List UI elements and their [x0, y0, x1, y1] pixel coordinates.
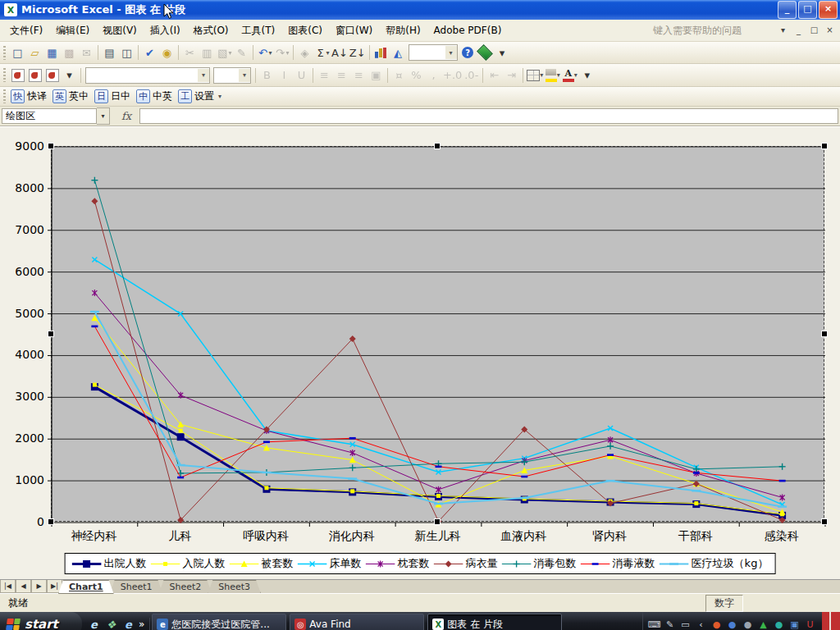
messenger-icon[interactable]: ❖	[104, 618, 118, 630]
keyboard-icon[interactable]: ⌨	[648, 619, 660, 630]
series-消毒液数[interactable]	[91, 326, 785, 481]
addin-button[interactable]	[477, 44, 494, 61]
series-入院人数[interactable]	[93, 383, 784, 517]
chevron-down-icon[interactable]: ▾	[574, 71, 578, 79]
name-box[interactable]: 绘图区	[2, 108, 97, 124]
series-医疗垃圾（kg）[interactable]	[90, 312, 787, 507]
font-combo[interactable]: ▾	[85, 67, 210, 84]
tray-teal-icon[interactable]: ●	[773, 619, 785, 630]
quick-launch-overflow-icon[interactable]: »	[139, 619, 144, 630]
menu-item-5[interactable]: 工具(T)	[235, 21, 282, 40]
selection-handle[interactable]	[434, 143, 441, 149]
chevron-down-icon[interactable]: ▾	[268, 49, 272, 57]
selection-handle[interactable]	[48, 331, 54, 337]
legend-item[interactable]: 消毒包数	[502, 556, 577, 571]
menu-item-2[interactable]: 视图(V)	[96, 21, 144, 40]
tray-blue-icon[interactable]: ●	[726, 619, 738, 630]
tray-gray-icon[interactable]: ●	[742, 619, 754, 630]
insert-function-icon[interactable]: fx	[121, 110, 131, 122]
new-button[interactable]: □	[9, 44, 26, 61]
chevron-down-icon[interactable]: ▾	[285, 49, 289, 57]
minimize-button[interactable]: _	[778, 1, 797, 19]
pdf-review-button[interactable]	[43, 67, 61, 84]
selection-handle[interactable]	[434, 518, 441, 525]
tray-red-icon[interactable]: ●	[710, 619, 723, 630]
ime-banner[interactable]	[822, 612, 840, 630]
taskbar-task-1[interactable]: ◎Ava Find	[290, 614, 424, 630]
chart-wizard-button[interactable]	[372, 44, 390, 61]
selection-handle[interactable]	[821, 331, 828, 337]
legend-item[interactable]: 出院人数	[72, 556, 147, 571]
legend-item[interactable]: 被套数	[230, 556, 294, 571]
toolbar-grip[interactable]	[3, 46, 6, 60]
legend-item[interactable]: 消毒液数	[581, 556, 655, 571]
close-button[interactable]: ×	[819, 1, 838, 19]
chevron-down-icon[interactable]: ▾	[445, 46, 457, 59]
sheet-tab-Sheet2[interactable]: Sheet2	[158, 580, 212, 594]
collapse-tray-icon[interactable]: ‹	[695, 619, 707, 630]
formula-input[interactable]	[139, 108, 838, 124]
formatting-options-button[interactable]: ▾	[578, 67, 596, 84]
tray-window-icon[interactable]: ▣	[788, 619, 801, 630]
menu-item-8[interactable]: 帮助(H)	[379, 21, 427, 40]
autosum-button[interactable]: Σ▾	[313, 44, 331, 61]
tray-green-icon[interactable]: ▲	[757, 619, 769, 630]
legend-item[interactable]: 入院人数	[151, 556, 226, 571]
fastait-item-3[interactable]: 中中英	[136, 89, 172, 103]
help-question-box[interactable]: 键入需要帮助的问题	[653, 24, 774, 37]
save-button[interactable]: ▦	[43, 44, 61, 61]
name-box-dropdown[interactable]: ▾	[97, 107, 110, 125]
zoom-combo[interactable]: ▾	[409, 44, 458, 61]
font-color-button[interactable]: A▾	[561, 67, 578, 84]
chevron-down-icon[interactable]: ▾	[239, 69, 250, 82]
pdf-email-button[interactable]	[26, 67, 43, 84]
tab-scroll-button-2[interactable]: ▶	[31, 580, 47, 593]
restore-button[interactable]: □	[798, 1, 817, 19]
menu-item-4[interactable]: 格式(O)	[187, 21, 235, 40]
selection-handle[interactable]	[821, 143, 828, 149]
pdf-options-button[interactable]: ▾	[61, 67, 78, 84]
menu-item-0[interactable]: 文件(F)	[3, 21, 49, 40]
print-button[interactable]: ▤	[101, 44, 118, 61]
font-size-combo[interactable]: ▾	[213, 67, 251, 84]
start-button[interactable]: start	[0, 612, 82, 630]
tab-scroll-button-1[interactable]: ◀	[16, 580, 31, 593]
plot-area[interactable]	[51, 146, 824, 522]
sheet-tab-Chart1[interactable]: Chart1	[58, 580, 114, 594]
restore-workbook-button[interactable]: □	[807, 25, 821, 37]
sheet-tab-Sheet3[interactable]: Sheet3	[208, 580, 261, 594]
tab-scroll-button-0[interactable]: |◀	[0, 580, 16, 593]
series-出院人数[interactable]	[91, 383, 786, 519]
selection-handle[interactable]	[48, 143, 54, 149]
toolbar-options-icon[interactable]: ▾	[218, 93, 221, 100]
research-button[interactable]: ◉	[158, 44, 176, 61]
fill-color-button[interactable]: ▾	[544, 67, 561, 84]
ie-icon[interactable]: e	[87, 618, 101, 630]
legend-item[interactable]: 病衣量	[434, 556, 498, 571]
help-box-dropdown-icon[interactable]: ▾	[776, 25, 790, 37]
series-被套数[interactable]	[91, 315, 785, 515]
explorer-icon[interactable]: e	[121, 618, 135, 630]
fastait-item-2[interactable]: 日日中	[94, 89, 130, 103]
toolbar-grip[interactable]	[3, 68, 6, 82]
spelling-button[interactable]: ✔	[141, 44, 158, 61]
undo-button[interactable]: ↶▾	[256, 44, 273, 61]
menu-item-6[interactable]: 图表(C)	[281, 21, 329, 40]
print-preview-button[interactable]: ◫	[118, 44, 135, 61]
menu-item-9[interactable]: Adobe PDF(B)	[427, 22, 509, 39]
series-枕套数[interactable]	[92, 290, 784, 500]
fastait-item-1[interactable]: 英英中	[52, 89, 89, 103]
drawing-button[interactable]: ◭	[390, 44, 407, 61]
borders-button[interactable]: ▾	[526, 67, 544, 84]
chevron-down-icon[interactable]: ▾	[557, 71, 560, 79]
sort-descending-button[interactable]: Z↓	[349, 44, 367, 61]
tray-u-icon[interactable]: U	[804, 619, 816, 630]
menu-item-1[interactable]: 编辑(E)	[49, 21, 96, 40]
series-病衣量[interactable]	[91, 198, 785, 524]
menu-item-3[interactable]: 插入(I)	[144, 21, 187, 40]
help-button[interactable]: ?	[459, 44, 477, 61]
minimize-workbook-button[interactable]: _	[792, 25, 806, 37]
taskbar-task-0[interactable]: e您医院接受过医院管...	[152, 614, 286, 630]
open-button[interactable]: ▱	[26, 44, 43, 61]
close-workbook-button[interactable]: ×	[823, 25, 837, 37]
